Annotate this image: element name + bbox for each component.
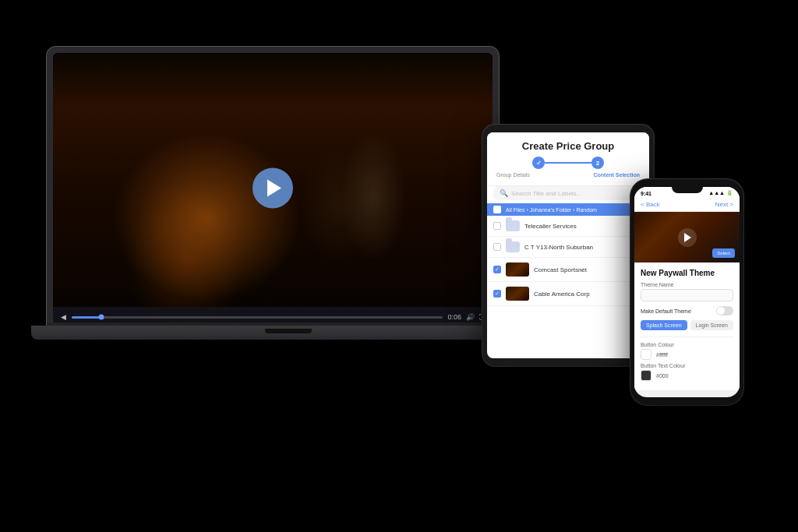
tablet-search-bar[interactable]: 🔍 Search Title and Labels... (493, 186, 643, 200)
file-name-1: C T Y13-North Suburban (524, 244, 593, 251)
step-1-label: Group Details (496, 172, 530, 178)
breadcrumb-checkbox (493, 206, 501, 213)
progress-dot (99, 315, 104, 320)
progress-bar[interactable] (72, 316, 443, 319)
video-thumb-img-2 (506, 262, 529, 277)
paywall-section-title: New Paywall Theme (641, 269, 733, 277)
background-person (342, 134, 404, 259)
tablet-page-title: Create Price Group (495, 140, 641, 152)
step-labels: Group Details Content Selection (495, 172, 641, 178)
file-item-3[interactable]: ✓ Cable America Corp (487, 282, 649, 306)
checkmark-icon-2: ✓ (495, 266, 500, 273)
file-item-1[interactable]: C T Y13-North Suburban (487, 237, 649, 258)
file-name-0: Telecaller Services (524, 223, 577, 230)
phone-device: 9:41 ▲▲▲ 🔋 < Back Next > Select (630, 179, 743, 405)
video-thumbnail-2 (506, 262, 529, 277)
volume-icon[interactable]: ◀ (59, 313, 67, 321)
default-theme-label: Make Default Theme (641, 308, 691, 314)
file-item-0[interactable]: Telecaller Services (487, 216, 649, 237)
play-triangle-icon (267, 179, 281, 196)
step-indicator: ✓ 2 (495, 157, 641, 169)
phone-video-area: Select (634, 212, 740, 262)
video-time: 0:06 (447, 313, 461, 321)
button-colour-swatch[interactable] (641, 349, 651, 360)
button-text-colour-row: #000 (641, 370, 733, 381)
video-thumbnail-3 (506, 287, 529, 301)
laptop-camera-notch (265, 329, 312, 333)
progress-fill (72, 316, 101, 319)
button-text-colour-label: Button Text Colour (641, 363, 733, 368)
folder-icon-1 (506, 241, 520, 252)
phone-back-button[interactable]: < Back (641, 201, 660, 208)
screen-tab-row: Splash Screen Login Screen (641, 320, 733, 330)
phone-status-icons: ▲▲▲ 🔋 (708, 190, 733, 196)
default-theme-toggle[interactable] (716, 306, 733, 315)
phone-paywall-content: New Paywall Theme Theme Name Make Defaul… (634, 262, 740, 390)
file-checkbox-1[interactable] (493, 243, 501, 251)
folder-icon-0 (506, 220, 520, 231)
tablet-header: Create Price Group ✓ 2 Group Details Con… (487, 132, 649, 186)
step-2-label: Content Selection (593, 172, 640, 178)
file-name-3: Cable America Corp (534, 291, 590, 298)
laptop-screen: ◀ 0:06 🔊 ⛶ (53, 53, 493, 327)
checkmark-icon-3: ✓ (495, 291, 500, 297)
button-colour-label: Button Colour (641, 342, 733, 347)
video-thumb-img-3 (506, 287, 529, 301)
file-item-2[interactable]: ✓ Comcast Sportsnet (487, 258, 649, 282)
video-play-button[interactable] (252, 167, 293, 208)
divider-1 (641, 336, 733, 337)
volume-control-icon[interactable]: 🔊 (466, 313, 475, 321)
theme-name-input[interactable] (641, 289, 733, 301)
tablet-screen: Create Price Group ✓ 2 Group Details Con… (487, 132, 649, 358)
phone-play-triangle-icon (684, 233, 691, 242)
phone-next-button[interactable]: Next > (715, 201, 733, 208)
battery-icon: 🔋 (726, 190, 733, 196)
file-list: Telecaller Services C T Y13-North Suburb… (487, 216, 649, 306)
phone-clock: 9:41 (641, 191, 651, 196)
phone-play-button[interactable] (678, 228, 697, 247)
step-line (545, 162, 591, 164)
tablet-breadcrumb: All Files › Johanna's Folder › Random (487, 203, 649, 216)
button-text-colour-hex: #000 (656, 373, 669, 379)
laptop: ◀ 0:06 🔊 ⛶ (47, 47, 530, 374)
phone-screen: 9:41 ▲▲▲ 🔋 < Back Next > Select (634, 187, 740, 397)
button-colour-row: #ffffff (641, 349, 733, 360)
phone-notch (672, 187, 703, 193)
button-text-colour-swatch[interactable] (641, 370, 651, 381)
phone-body: 9:41 ▲▲▲ 🔋 < Back Next > Select (630, 179, 743, 405)
file-checkbox-3[interactable]: ✓ (493, 290, 501, 298)
splash-screen-tab[interactable]: Splash Screen (641, 320, 687, 330)
tablet-body: Create Price Group ✓ 2 Group Details Con… (482, 125, 654, 366)
phone-select-button[interactable]: Select (712, 248, 735, 258)
laptop-screen-border: ◀ 0:06 🔊 ⛶ (47, 47, 499, 327)
login-screen-tab[interactable]: Login Screen (690, 320, 733, 330)
step-1-circle: ✓ (532, 157, 545, 169)
phone-nav-bar: < Back Next > (634, 198, 740, 212)
file-checkbox-0[interactable] (493, 222, 501, 230)
file-checkbox-2[interactable]: ✓ (493, 266, 501, 273)
file-name-2: Comcast Sportsnet (534, 266, 587, 273)
breadcrumb-text: All Files › Johanna's Folder › Random (506, 207, 597, 213)
default-theme-row: Make Default Theme (641, 306, 733, 315)
button-colour-hex: #ffffff (656, 352, 668, 358)
search-icon: 🔍 (500, 189, 508, 197)
theme-name-label: Theme Name (641, 282, 733, 287)
tablet-device: Create Price Group ✓ 2 Group Details Con… (482, 125, 654, 366)
signal-icon: ▲▲▲ (708, 190, 725, 196)
search-placeholder-text: Search Title and Labels... (511, 190, 581, 197)
step-2-circle: 2 (591, 157, 604, 169)
